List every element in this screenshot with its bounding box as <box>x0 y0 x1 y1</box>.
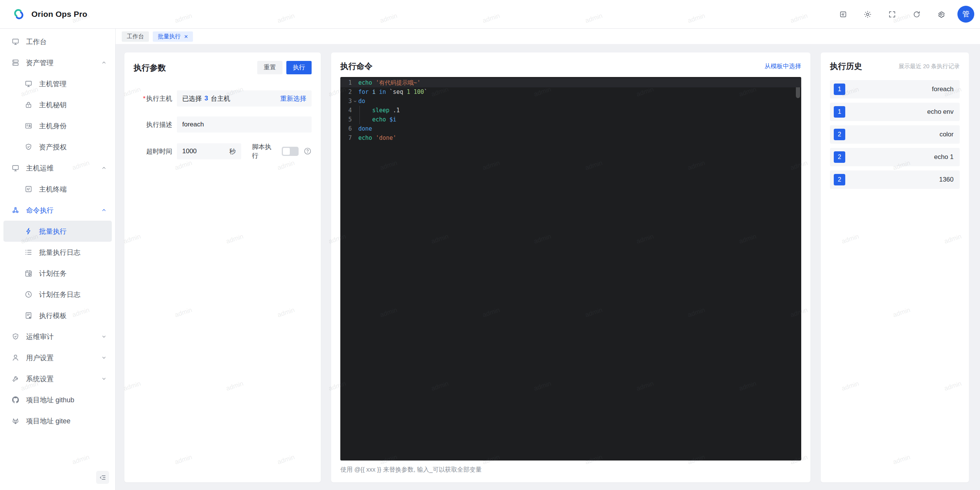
fold-chevron-icon <box>353 99 358 104</box>
refresh-icon <box>913 10 921 18</box>
params-form: *执行主机 已选择3台主机 重新选择 执行描述 foreach 超时时间 100… <box>134 90 312 160</box>
sidebar-item-command-execution[interactable]: 命令执行 <box>3 200 112 221</box>
sidebar-item-label: 用户设置 <box>26 353 54 362</box>
line-number: 7 <box>340 133 352 143</box>
sidebar-item-system-settings[interactable]: 系统设置 <box>3 368 112 389</box>
user-avatar[interactable]: 管 <box>957 6 974 23</box>
sidebar-item-project-github[interactable]: 项目地址 github <box>3 389 112 410</box>
select-from-template-link[interactable]: 从模板中选择 <box>764 62 801 70</box>
history-item[interactable]: 1echo env <box>830 103 960 121</box>
history-item-label: color <box>939 131 954 138</box>
sidebar-item-label: 批量执行日志 <box>39 248 80 257</box>
dev-terminal-icon[interactable] <box>835 6 851 22</box>
tab-batch-execution[interactable]: 批量执行× <box>153 31 193 42</box>
code-text: done <box>358 124 372 133</box>
fold-gutter <box>352 124 358 133</box>
settings-icon[interactable] <box>933 6 949 22</box>
sidebar-item-batch-execution[interactable]: 批量执行 <box>3 221 112 242</box>
sidebar-item-asset-authorization[interactable]: 资产授权 <box>3 136 112 157</box>
sidebar-item-project-gitee[interactable]: 项目地址 gitee <box>3 410 112 431</box>
sidebar-item-label: 资产授权 <box>39 143 67 152</box>
code-line-1: 1echo '有代码提示哦~' <box>340 78 801 87</box>
host-label: *执行主机 <box>134 94 177 103</box>
line-number: 3 <box>340 97 352 106</box>
code-editor[interactable]: 1echo '有代码提示哦~'2for i in `seq 1 100`3do4… <box>340 77 801 461</box>
sidebar-item-host-management[interactable]: 主机管理 <box>3 73 112 94</box>
host-count-badge: 2 <box>834 129 845 140</box>
fullscreen-icon[interactable] <box>884 6 900 22</box>
gitee-icon <box>11 417 20 425</box>
sidebar-item-label: 计划任务日志 <box>39 290 80 299</box>
monitor-icon <box>11 38 20 46</box>
timeout-value: 1000 <box>182 147 197 155</box>
script-exec-toggle[interactable] <box>282 147 299 156</box>
tab-workbench[interactable]: 工作台 <box>122 31 149 42</box>
sidebar-item-scheduled-task-log[interactable]: 计划任务日志 <box>3 284 112 305</box>
history-item[interactable]: 2color <box>830 125 960 144</box>
line-number: 6 <box>340 124 352 133</box>
command-hint: 使用 @{{ xxx }} 来替换参数, 输入_可以获取全部变量 <box>340 466 801 474</box>
sidebar-item-label: 运维审计 <box>26 332 54 341</box>
line-number: 2 <box>340 87 352 97</box>
history-item[interactable]: 2echo 1 <box>830 148 960 166</box>
sidebar-item-execution-template[interactable]: 执行模板 <box>3 305 112 326</box>
code-line-2: 2for i in `seq 1 100` <box>340 87 801 97</box>
history-subtitle: 展示最近 20 条执行记录 <box>898 63 960 70</box>
code-text: sleep .1 <box>358 106 400 115</box>
history-item[interactable]: 1foreach <box>830 80 960 98</box>
sidebar-item-host-terminal[interactable]: 主机终端 <box>3 179 112 200</box>
app-header: Orion Ops Pro 管 <box>0 0 980 29</box>
tab-bar: 工作台批量执行× <box>116 29 980 44</box>
execution-history-panel: 执行历史 展示最近 20 条执行记录 1foreach1echo env2col… <box>821 52 969 482</box>
code-line-6: 6done <box>340 124 801 133</box>
sidebar-collapse-button[interactable] <box>96 471 109 484</box>
sidebar-item-workbench[interactable]: 工作台 <box>3 31 112 52</box>
tab-close-icon[interactable]: × <box>184 33 188 40</box>
sidebar-item-label: 项目地址 gitee <box>26 416 70 426</box>
refresh-icon[interactable] <box>908 6 924 22</box>
shield-icon <box>24 143 33 151</box>
header-actions: 管 <box>835 6 980 23</box>
indent-guide <box>359 115 360 124</box>
reset-button[interactable]: 重置 <box>257 61 283 74</box>
chevron-down-icon <box>101 333 107 340</box>
theme-icon[interactable] <box>859 6 875 22</box>
sidebar-item-host-keys[interactable]: 主机秘钥 <box>3 94 112 115</box>
timeout-input[interactable]: 1000 秒 <box>177 143 241 159</box>
logo-icon <box>11 7 26 21</box>
fold-gutter[interactable] <box>352 97 358 106</box>
description-label: 执行描述 <box>134 120 177 129</box>
sidebar-item-host-ops[interactable]: 主机运维 <box>3 157 112 179</box>
code-text: echo 'done' <box>358 133 396 143</box>
cluster-icon <box>11 206 20 214</box>
sidebar-item-asset-management[interactable]: 资产管理 <box>3 52 112 73</box>
reselect-hosts-link[interactable]: 重新选择 <box>280 94 306 103</box>
command-panel-title: 执行命令 <box>340 61 372 72</box>
host-count: 3 <box>204 95 208 102</box>
line-number: 4 <box>340 106 352 115</box>
execute-button[interactable]: 执行 <box>286 61 312 74</box>
sidebar-item-label: 资产管理 <box>26 58 54 67</box>
fold-gutter <box>352 115 358 124</box>
code-text: echo '有代码提示哦~' <box>358 78 420 87</box>
execution-command-panel: 执行命令 从模板中选择 1echo '有代码提示哦~'2for i in `se… <box>331 52 810 482</box>
sidebar-item-batch-execution-log[interactable]: 批量执行日志 <box>3 242 112 263</box>
history-item-label: echo 1 <box>934 153 954 161</box>
history-item[interactable]: 21360 <box>830 170 960 189</box>
host-selector[interactable]: 已选择3台主机 重新选择 <box>177 90 312 107</box>
clock-icon <box>24 290 33 298</box>
sidebar-item-ops-audit[interactable]: 运维审计 <box>3 326 112 347</box>
help-icon[interactable] <box>304 147 312 156</box>
theme-icon <box>864 10 872 18</box>
description-input[interactable]: foreach <box>177 116 312 133</box>
monitor-icon <box>24 80 33 88</box>
sidebar-item-label: 主机秘钥 <box>39 100 67 110</box>
sidebar-nav: 工作台资产管理主机管理主机秘钥主机身份资产授权主机运维主机终端命令执行批量执行批… <box>0 31 115 431</box>
sidebar-item-scheduled-tasks[interactable]: 计划任务 <box>3 263 112 284</box>
sidebar-item-user-settings[interactable]: 用户设置 <box>3 347 112 368</box>
host-count-badge: 2 <box>834 151 845 163</box>
code-line-5: 5 echo $i <box>340 115 801 124</box>
chevron-down-icon <box>101 375 107 382</box>
sidebar-item-host-identity[interactable]: 主机身份 <box>3 115 112 136</box>
history-item-label: foreach <box>932 85 954 93</box>
